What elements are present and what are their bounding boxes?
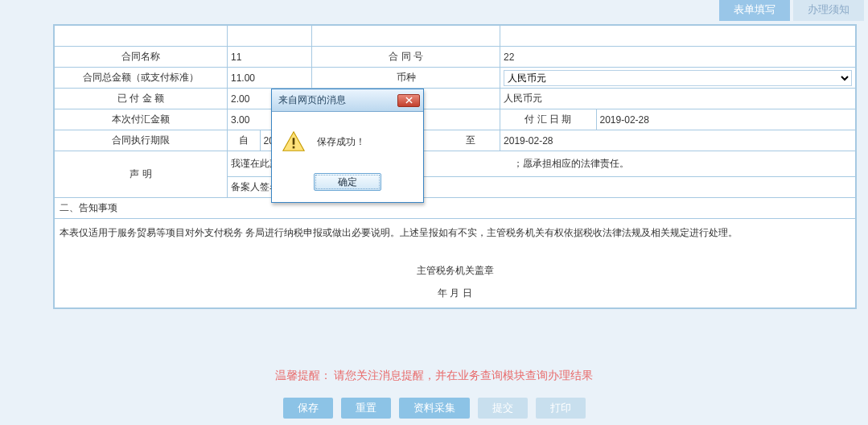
row-period: 合同执行期限 自 2019-02- 至 2019-02-28 bbox=[55, 130, 856, 151]
reset-button[interactable]: 重置 bbox=[341, 398, 391, 419]
value-pay-date: 2019-02-28 bbox=[596, 109, 855, 130]
select-currency-1[interactable]: 人民币元 bbox=[504, 70, 852, 86]
section-2-header: 二、告知事项 bbox=[54, 198, 856, 219]
tip-label: 温馨提醒： bbox=[275, 369, 331, 382]
label-paid-amount: 已 付 金 额 bbox=[55, 89, 228, 109]
decl-posttext: ；愿承担相应的法律责任。 bbox=[513, 158, 629, 169]
save-button[interactable]: 保存 bbox=[283, 398, 333, 419]
label-currency-1: 币种 bbox=[312, 68, 500, 89]
row-total: 合同总金额（或支付标准） 11.00 币种 人民币元 bbox=[55, 68, 856, 89]
form-area: 合同名称 11 合 同 号 22 合同总金额（或支付标准） 11.00 币种 人… bbox=[53, 24, 857, 309]
row-empty bbox=[55, 26, 856, 47]
dialog-title: 来自网页的消息 bbox=[278, 93, 346, 107]
stamp-org: 主管税务机关盖章 bbox=[60, 259, 850, 282]
label-contract-no: 合 同 号 bbox=[312, 47, 500, 68]
value-to-date: 2019-02-28 bbox=[500, 130, 856, 151]
label-declaration: 声 明 bbox=[55, 151, 228, 198]
alert-dialog: 来自网页的消息 保存成功！ 确定 bbox=[271, 89, 424, 203]
svg-rect-0 bbox=[293, 138, 295, 144]
close-icon[interactable] bbox=[397, 94, 420, 107]
ok-button[interactable]: 确定 bbox=[314, 173, 381, 191]
label-from: 自 bbox=[227, 130, 260, 151]
label-total-amount: 合同总金额（或支付标准） bbox=[55, 68, 228, 89]
row-paid: 已 付 金 额 2.00 币种 人民币元 bbox=[55, 89, 856, 109]
svg-rect-1 bbox=[293, 146, 295, 149]
tab-form[interactable]: 表单填写 bbox=[719, 0, 790, 21]
value-contract-no: 22 bbox=[500, 47, 856, 68]
label-this-amount: 本次付汇金额 bbox=[55, 109, 228, 130]
row-declaration: 声 明 我谨在此声明： ；愿承担相应的法律责任。 bbox=[55, 151, 856, 177]
section-2-body: 本表仅适用于服务贸易等项目对外支付税务 务局进行纳税申报或做出必要说明。上述呈报… bbox=[54, 219, 856, 308]
label-pay-date: 付 汇 日 期 bbox=[500, 109, 596, 130]
row-contract-name: 合同名称 11 合 同 号 22 bbox=[55, 47, 856, 68]
collect-button[interactable]: 资料采集 bbox=[399, 398, 470, 419]
cell-currency-1: 人民币元 bbox=[500, 68, 856, 89]
tab-notice[interactable]: 办理须知 bbox=[793, 0, 864, 21]
value-total-amount: 11.00 bbox=[227, 68, 311, 89]
value-contract-name: 11 bbox=[227, 47, 311, 68]
warning-icon bbox=[282, 130, 306, 154]
row-this-pay: 本次付汇金额 3.00 币种 人民币元 付 汇 日 期 2019-02-28 bbox=[55, 109, 856, 130]
footer: 温馨提醒： 请您关注消息提醒，并在业务查询模块查询办理结果 保存 重置 资料采集… bbox=[0, 369, 868, 425]
tip-text: 请您关注消息提醒，并在业务查询模块查询办理结果 bbox=[334, 369, 593, 382]
label-period: 合同执行期限 bbox=[55, 130, 228, 151]
stamp-date: 年 月 日 bbox=[60, 282, 850, 304]
print-button[interactable]: 打印 bbox=[536, 398, 586, 419]
section-2-paragraph: 本表仅适用于服务贸易等项目对外支付税务 务局进行纳税申报或做出必要说明。上述呈报… bbox=[60, 224, 850, 241]
submit-button[interactable]: 提交 bbox=[478, 398, 528, 419]
label-contract-name: 合同名称 bbox=[55, 47, 228, 68]
dialog-message: 保存成功！ bbox=[317, 135, 365, 149]
value-currency-2: 人民币元 bbox=[500, 89, 856, 109]
